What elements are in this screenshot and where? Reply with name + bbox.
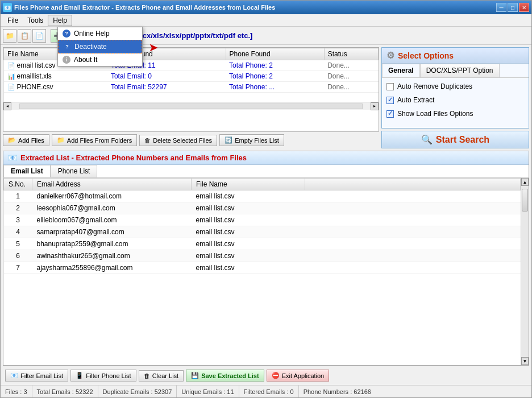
search-icon: 🔍	[421, 134, 433, 145]
minimize-button[interactable]: ─	[496, 3, 506, 12]
table-row[interactable]: 📄PHONE.csv Total Email: 52297 Total Phon…	[4, 82, 379, 93]
close-button[interactable]: ✕	[519, 3, 529, 12]
options-panel: ⚙ Select Options General DOC/XLS/PPT Opt…	[381, 47, 529, 128]
save-label: Save Extracted List	[201, 372, 259, 379]
table-row[interactable]: 4 samarpratap407@gmail.com email list.cs…	[4, 226, 521, 238]
window-title: Files Phone and Email Extractor - Extrac…	[14, 4, 275, 11]
bottom-toolbar: 📧 Filter Email List 📱 Filter Phone List …	[3, 366, 529, 385]
toolbar-btn-3[interactable]: 📄	[32, 29, 46, 43]
empty-label: Empty Files List	[235, 137, 279, 144]
col-email-addr: Email Address	[32, 179, 192, 190]
menu-help[interactable]: Help	[48, 15, 72, 26]
col-sno: S.No.	[4, 179, 32, 190]
menu-tools[interactable]: Tools	[23, 15, 48, 26]
filter-email-icon: 📧	[10, 372, 18, 379]
row3-file: email list.csv	[192, 214, 305, 226]
save-icon: 💾	[191, 372, 199, 379]
menu-bar: File Tools Help ? Online Help ? Deactiva…	[1, 14, 531, 27]
data-table-scroll[interactable]: S.No. Email Address File Name 1 danielke…	[3, 178, 521, 365]
dropdown-deactivate[interactable]: ? Deactivate ➤	[58, 40, 142, 53]
xls-icon: 📊	[7, 73, 15, 80]
clear-label: Clear List	[152, 372, 178, 379]
main-content: File Name Emails Found Phone Found Statu…	[1, 45, 531, 385]
dropdown-online-help[interactable]: ? Online Help	[58, 27, 142, 40]
scroll-down-btn[interactable]: ▼	[521, 357, 529, 365]
checkbox-auto-extract[interactable]	[386, 97, 394, 104]
extracted-header: 📧 Extracted List - Extracted Phone Numbe…	[3, 151, 529, 165]
extracted-header-label: Extracted List - Extracted Phone Numbers…	[20, 154, 247, 162]
email-data-table: S.No. Email Address File Name 1 danielke…	[3, 178, 521, 274]
row7-email: ajaysharma255896@gmail.com	[32, 262, 192, 274]
status-phone-numbers: Phone Numbers : 62166	[299, 385, 376, 397]
scroll-right-btn[interactable]: ▸	[371, 102, 379, 110]
table-row[interactable]: 5 bhanupratap2559@gmail.com email list.c…	[4, 238, 521, 250]
save-extracted-button[interactable]: 💾 Save Extracted List	[186, 370, 264, 382]
dropdown-about[interactable]: i About It	[58, 53, 142, 66]
exit-label: Exit Application	[282, 372, 325, 379]
row2-status: Done...	[324, 71, 378, 82]
start-search-button[interactable]: 🔍 Start Search	[381, 131, 529, 148]
table-row[interactable]: 3 elliebloom067@gmail.com email list.csv	[4, 214, 521, 226]
add-files-button[interactable]: 📂 Add Files	[3, 134, 49, 146]
filter-phone-icon: 📱	[76, 372, 84, 379]
row7-sno: 7	[4, 262, 32, 274]
menu-file[interactable]: File	[3, 15, 23, 26]
add-from-folders-button[interactable]: 📁 Add Files From Folders	[52, 134, 137, 146]
start-search-label: Start Search	[436, 135, 489, 145]
filter-phone-button[interactable]: 📱 Filter Phone List	[70, 370, 136, 382]
status-total-emails: Total Emails : 52322	[32, 385, 98, 397]
checkbox-auto-remove[interactable]	[386, 83, 394, 90]
table-row[interactable]: 2 leesophia067@gmail.com email list.csv	[4, 202, 521, 214]
add-folders-icon: 📁	[57, 136, 65, 144]
arrow-right-icon: ➤	[149, 42, 157, 54]
checkbox-show-load[interactable]	[386, 110, 394, 118]
row2-emails: Total Email: 0	[107, 71, 226, 82]
scroll-track[interactable]	[19, 103, 363, 109]
option-show-load-label: Show Load Files Options	[397, 110, 473, 118]
scroll-up-btn[interactable]: ▲	[521, 178, 529, 186]
delete-selected-button[interactable]: 🗑 Delete Selected Files	[139, 135, 217, 146]
options-tabs: General DOC/XLS/PPT Option	[382, 64, 529, 78]
options-title: ⚙ Select Options	[382, 48, 529, 64]
table-row[interactable]: 6 awinashthakur265@gmail.com email list.…	[4, 250, 521, 262]
row4-email: samarpratap407@gmail.com	[32, 226, 192, 238]
scroll-thumb[interactable]	[522, 189, 528, 212]
option-auto-remove-label: Auto Remove Duplicates	[397, 82, 472, 90]
row5-email: bhanupratap2559@gmail.com	[32, 238, 192, 250]
clear-list-button[interactable]: 🗑 Clear List	[139, 370, 184, 382]
row3-name: PHONE.csv	[17, 83, 53, 91]
deactivate-label: Deactivate	[74, 43, 107, 51]
vertical-scrollbar[interactable]: ▲ ▼	[521, 178, 529, 365]
tab-general[interactable]: General	[382, 64, 420, 77]
col-file-name: File Name	[192, 179, 305, 190]
row2-phones: Total Phone: 2	[226, 71, 324, 82]
table-row[interactable]: 📊emaillist.xls Total Email: 0 Total Phon…	[4, 71, 379, 82]
gear-icon: ⚙	[386, 50, 394, 61]
horizontal-scrollbar[interactable]: ◂ ▸	[3, 102, 379, 110]
toolbar-btn-1[interactable]: 📁	[3, 29, 16, 43]
tab-email-list[interactable]: Email List	[3, 165, 51, 177]
status-bar: Files : 3 Total Emails : 52322 Duplicate…	[1, 385, 531, 397]
table-row[interactable]: 7 ajaysharma255896@gmail.com email list.…	[4, 262, 521, 274]
exit-app-button[interactable]: ⛔ Exit Application	[267, 370, 330, 382]
toolbar-btn-2[interactable]: 📋	[18, 29, 31, 43]
app-icon: 📧	[3, 3, 12, 12]
table-row[interactable]: 1 danielkerr067@hotmail.com email list.c…	[4, 190, 521, 202]
row3-email: elliebloom067@gmail.com	[32, 214, 192, 226]
scroll-thumb-area	[521, 186, 529, 357]
row1-status: Done...	[324, 60, 378, 71]
option-show-load: Show Load Files Options	[386, 110, 524, 118]
row1-email: danielkerr067@hotmail.com	[32, 190, 192, 202]
row4-extra	[305, 226, 521, 238]
row1-file: email list.csv	[192, 190, 305, 202]
tab-phone-list[interactable]: Phone List	[51, 165, 98, 177]
clear-icon: 🗑	[144, 372, 150, 379]
filter-email-label: Filter Email List	[20, 372, 63, 379]
exit-icon: ⛔	[272, 372, 280, 379]
filter-email-button[interactable]: 📧 Filter Email List	[5, 370, 68, 382]
tab-doc-xls[interactable]: DOC/XLS/PPT Option	[420, 64, 500, 77]
scroll-left-btn[interactable]: ◂	[3, 102, 11, 110]
empty-list-button[interactable]: 🔄 Empty Files List	[219, 134, 284, 146]
maximize-button[interactable]: □	[508, 3, 518, 12]
right-panel: ⚙ Select Options General DOC/XLS/PPT Opt…	[381, 47, 529, 148]
